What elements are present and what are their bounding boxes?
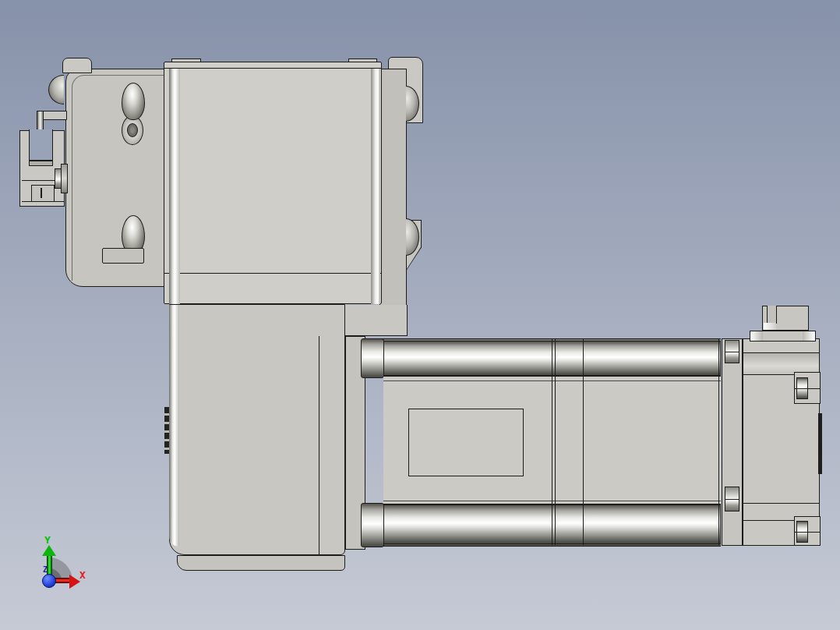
mount-block[interactable] bbox=[722, 338, 743, 546]
motor-line bbox=[743, 503, 820, 504]
connector-highlight bbox=[764, 323, 776, 330]
carriage-right-column bbox=[379, 69, 407, 331]
vertical-body-left-highlight bbox=[169, 305, 179, 547]
y-axis-arrowhead-icon bbox=[42, 545, 56, 556]
carriage-front-plate[interactable] bbox=[164, 62, 382, 304]
rod-collar-top bbox=[361, 338, 384, 378]
dome-screw-left-edge bbox=[48, 75, 64, 104]
sensor-mount-collar bbox=[61, 164, 68, 193]
sensor-slot bbox=[29, 129, 53, 161]
motor-top-shade bbox=[743, 353, 819, 374]
sensor-edge-line-2 bbox=[22, 201, 64, 202]
z-axis-origin-icon bbox=[42, 574, 56, 588]
motor-flange-bottom-line bbox=[794, 532, 821, 533]
rail-joint-line bbox=[583, 339, 584, 545]
rail-joint-line bbox=[718, 339, 719, 545]
mount-boss-bottom-line bbox=[725, 499, 739, 500]
front-plate-tab-left bbox=[171, 58, 201, 62]
sensor-window-tick bbox=[41, 188, 42, 198]
vertical-body-bottom-band bbox=[177, 555, 345, 571]
front-plate-tab-right bbox=[348, 58, 377, 62]
ear-tab-left bbox=[62, 58, 92, 73]
mount-boss-top-line bbox=[725, 352, 739, 352]
z-axis-label: Z bbox=[43, 566, 48, 574]
x-axis-arrowhead-icon bbox=[69, 575, 80, 589]
motor-flange-top-line bbox=[794, 388, 821, 389]
sensor-window bbox=[31, 185, 55, 202]
motor-line bbox=[743, 352, 820, 353]
clip-bar bbox=[102, 248, 144, 264]
y-axis-label: Y bbox=[44, 535, 51, 545]
rail-joint-line bbox=[555, 339, 556, 545]
edge-label-strip bbox=[164, 407, 169, 454]
front-plate-bottom-edge bbox=[164, 273, 382, 274]
front-plate-top-edge bbox=[164, 68, 382, 69]
vertical-body-seam bbox=[319, 336, 319, 555]
front-plate-left-highlight bbox=[169, 69, 180, 304]
sensor-slot-base bbox=[29, 161, 53, 166]
washer-ring-hole bbox=[127, 123, 138, 137]
rail-label-plate[interactable] bbox=[408, 409, 524, 476]
front-plate-right-highlight bbox=[371, 69, 380, 304]
connector-inner-block bbox=[767, 306, 777, 324]
cad-viewport[interactable]: Y X Z bbox=[0, 0, 840, 630]
band-right-edge bbox=[407, 305, 408, 336]
rail-joint-line bbox=[552, 339, 552, 545]
x-axis-label: X bbox=[79, 570, 86, 580]
dome-screw-upper bbox=[122, 83, 145, 120]
connector-flange-highlight-left bbox=[750, 331, 763, 341]
rod-collar-bottom bbox=[361, 503, 384, 547]
connector-flange-highlight-right bbox=[803, 331, 815, 341]
motor-side-slot bbox=[818, 413, 822, 474]
